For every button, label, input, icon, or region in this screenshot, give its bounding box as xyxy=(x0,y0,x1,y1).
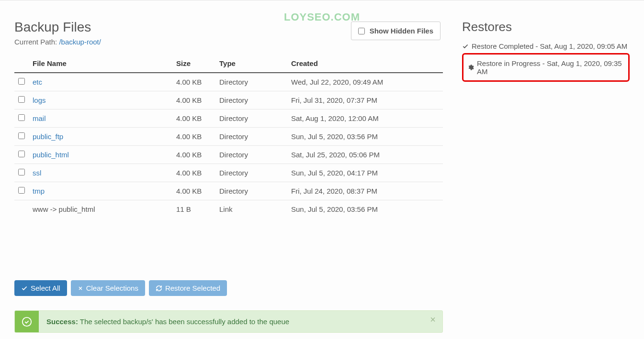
file-type: Directory xyxy=(215,146,287,164)
file-link[interactable]: public_ftp xyxy=(33,132,63,141)
file-link[interactable]: public_html xyxy=(33,151,69,159)
table-row: mail4.00 KBDirectorySat, Aug 1, 2020, 12… xyxy=(14,109,443,128)
file-created: Sat, Jul 25, 2020, 05:06 PM xyxy=(287,146,443,164)
row-checkbox[interactable] xyxy=(18,132,25,139)
table-row: www -> public_html11 BLinkSun, Jul 5, 20… xyxy=(14,200,443,219)
file-created: Sat, Aug 1, 2020, 12:00 AM xyxy=(287,109,443,128)
table-row: ssl4.00 KBDirectorySun, Jul 5, 2020, 04:… xyxy=(14,164,443,182)
restore-item-progress: Restore in Progress - Sat, Aug 1, 2020, … xyxy=(467,57,624,77)
show-hidden-label: Show Hidden Files xyxy=(370,27,433,35)
row-checkbox[interactable] xyxy=(18,78,25,85)
col-header-created: Created xyxy=(287,55,443,73)
row-checkbox[interactable] xyxy=(18,96,25,103)
success-icon xyxy=(15,311,39,332)
alert-text: The selected backup/s' has been successf… xyxy=(78,317,289,326)
row-checkbox[interactable] xyxy=(18,169,25,175)
refresh-icon xyxy=(156,285,162,292)
restore-selected-label: Restore Selected xyxy=(165,284,220,292)
select-all-label: Select All xyxy=(31,284,60,292)
file-link[interactable]: ssl xyxy=(33,169,41,177)
file-size: 4.00 KB xyxy=(172,146,215,164)
file-type: Directory xyxy=(215,109,287,128)
x-icon xyxy=(78,285,83,291)
file-created: Fri, Jul 24, 2020, 08:37 PM xyxy=(287,182,443,200)
row-checkbox[interactable] xyxy=(18,151,25,157)
file-size: 4.00 KB xyxy=(172,73,215,91)
alert-strong: Success: xyxy=(46,317,78,326)
file-type: Directory xyxy=(215,128,287,146)
restore-item-completed: Restore Completed - Sat, Aug 1, 2020, 09… xyxy=(462,40,630,52)
file-link[interactable]: mail xyxy=(33,114,46,122)
clear-selections-button[interactable]: Clear Selections xyxy=(71,280,145,296)
svg-point-2 xyxy=(23,317,31,326)
file-created: Fri, Jul 31, 2020, 07:37 PM xyxy=(287,91,443,109)
show-hidden-checkbox[interactable] xyxy=(358,28,365,34)
file-size: 11 B xyxy=(172,200,215,219)
file-link[interactable]: tmp xyxy=(33,187,45,195)
table-row: logs4.00 KBDirectoryFri, Jul 31, 2020, 0… xyxy=(14,91,443,109)
row-checkbox[interactable] xyxy=(18,187,25,194)
file-size: 4.00 KB xyxy=(172,164,215,182)
restore-progress-text: Restore in Progress - Sat, Aug 1, 2020, … xyxy=(477,59,624,76)
file-type: Directory xyxy=(215,164,287,182)
restores-title: Restores xyxy=(462,20,630,34)
clear-selections-label: Clear Selections xyxy=(86,284,138,292)
table-row: tmp4.00 KBDirectoryFri, Jul 24, 2020, 08… xyxy=(14,182,443,200)
file-type: Directory xyxy=(215,73,287,91)
file-size: 4.00 KB xyxy=(172,109,215,128)
file-created: Wed, Jul 22, 2020, 09:49 AM xyxy=(287,73,443,91)
restore-selected-button[interactable]: Restore Selected xyxy=(149,280,227,296)
path-link[interactable]: /backup-root/ xyxy=(59,38,101,46)
table-row: public_ftp4.00 KBDirectorySun, Jul 5, 20… xyxy=(14,128,443,146)
table-row: public_html4.00 KBDirectorySat, Jul 25, … xyxy=(14,146,443,164)
file-created: Sun, Jul 5, 2020, 04:17 PM xyxy=(287,164,443,182)
alert-close-button[interactable]: × xyxy=(423,311,442,328)
file-size: 4.00 KB xyxy=(172,182,215,200)
col-header-type: Type xyxy=(215,55,287,73)
file-created: Sun, Jul 5, 2020, 03:56 PM xyxy=(287,128,443,146)
gear-icon xyxy=(467,64,474,71)
file-type: Link xyxy=(215,200,287,219)
select-all-button[interactable]: Select All xyxy=(14,280,67,296)
file-link[interactable]: etc xyxy=(33,78,42,86)
file-type: Directory xyxy=(215,182,287,200)
file-name: www -> public_html xyxy=(29,200,172,219)
check-icon xyxy=(462,43,469,50)
restore-highlight: Restore in Progress - Sat, Aug 1, 2020, … xyxy=(462,53,630,82)
table-row: etc4.00 KBDirectoryWed, Jul 22, 2020, 09… xyxy=(14,73,443,91)
file-type: Directory xyxy=(215,91,287,109)
check-icon xyxy=(21,285,28,292)
path-label: Current Path: xyxy=(14,38,59,46)
file-size: 4.00 KB xyxy=(172,91,215,109)
restore-completed-text: Restore Completed - Sat, Aug 1, 2020, 09… xyxy=(472,42,627,50)
action-bar: Select All Clear Selections Restore Sele… xyxy=(14,280,443,296)
success-alert: Success: The selected backup/s' has been… xyxy=(14,310,443,333)
file-created: Sun, Jul 5, 2020, 03:56 PM xyxy=(287,200,443,219)
col-header-name: File Name xyxy=(29,55,172,73)
col-header-size: Size xyxy=(172,55,215,73)
file-link[interactable]: logs xyxy=(33,96,46,104)
files-table: File Name Size Type Created etc4.00 KBDi… xyxy=(14,55,443,218)
file-size: 4.00 KB xyxy=(172,128,215,146)
show-hidden-toggle[interactable]: Show Hidden Files xyxy=(351,22,441,40)
row-checkbox[interactable] xyxy=(18,114,25,121)
